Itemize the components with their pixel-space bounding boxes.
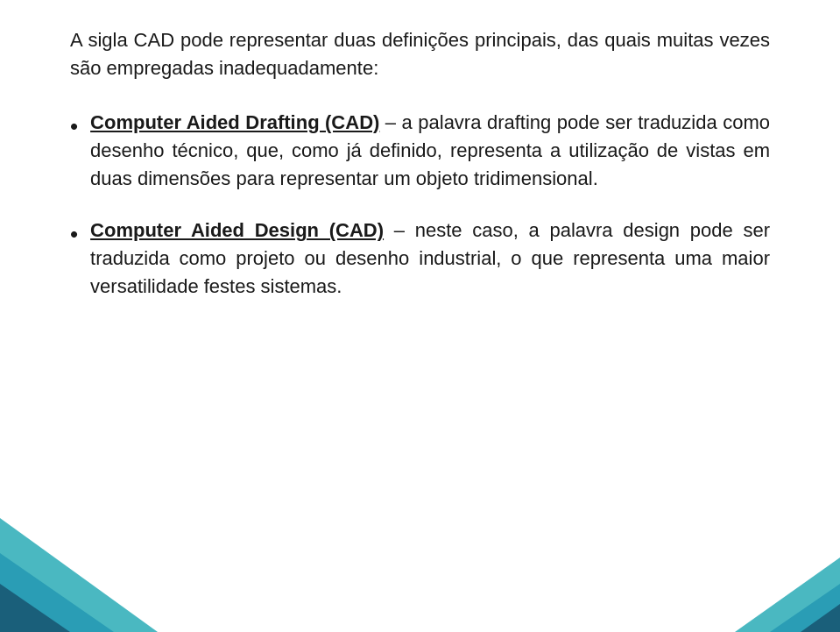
bullet-section-design: • Computer Aided Design (CAD) – neste ca… — [70, 217, 770, 301]
bullet-item-drafting: • Computer Aided Drafting (CAD) – a pala… — [70, 109, 770, 193]
intro-paragraph: A sigla CAD pode representar duas defini… — [70, 26, 770, 82]
content-area: A sigla CAD pode representar duas defini… — [0, 0, 840, 352]
page: A sigla CAD pode representar duas defini… — [0, 0, 840, 632]
bullet-section-drafting: • Computer Aided Drafting (CAD) – a pala… — [70, 109, 770, 193]
bullet-item-design: • Computer Aided Design (CAD) – neste ca… — [70, 217, 770, 301]
bullet-dot-1: • — [70, 110, 78, 144]
highlight-drafting: Computer Aided Drafting (CAD) — [90, 111, 379, 133]
bullet-text-drafting: Computer Aided Drafting (CAD) – a palavr… — [90, 109, 770, 193]
bullet-dot-2: • — [70, 218, 78, 252]
highlight-design: Computer Aided Design (CAD) — [90, 219, 384, 241]
bullet-text-design: Computer Aided Design (CAD) – neste caso… — [90, 217, 770, 301]
